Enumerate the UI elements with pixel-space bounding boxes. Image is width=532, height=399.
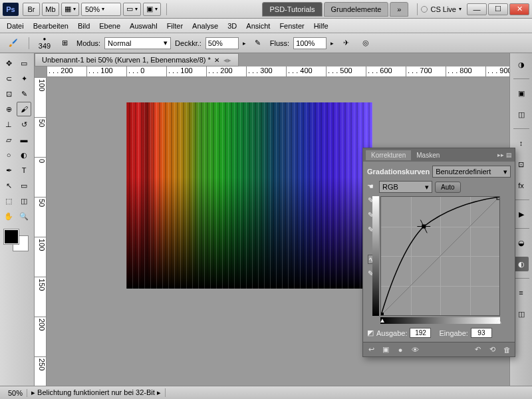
channel-dropdown[interactable]: RGB▾ [379, 181, 432, 193]
magic-wand-tool[interactable]: ✦ [17, 71, 31, 86]
auto-button[interactable]: Auto [435, 182, 461, 193]
minibridge-button[interactable]: Mb [42, 3, 59, 16]
curve-editor[interactable] [380, 196, 500, 316]
history-panel-icon[interactable]: ⊡ [514, 157, 529, 172]
history-brush-tool[interactable]: ↺ [17, 117, 31, 132]
deckk-input[interactable] [205, 37, 239, 49]
arrange-dropdown[interactable]: ▭ [123, 3, 141, 16]
shape-tool[interactable]: ▭ [17, 178, 31, 193]
3d-tool[interactable]: ⬚ [1, 194, 16, 208]
brush-preview[interactable]: ●349 [37, 36, 53, 51]
canvas[interactable] [126, 102, 372, 289]
screen-mode-dropdown[interactable]: ▣ [143, 3, 161, 16]
menu-ebene[interactable]: Ebene [99, 22, 120, 30]
gradient-tool[interactable]: ▬ [17, 132, 31, 147]
panel-collapse-icon[interactable]: ▸▸ ▤ [497, 152, 512, 158]
tablet-pressure-opacity-icon[interactable]: ✎ [250, 36, 266, 51]
svg-line-0 [381, 197, 499, 315]
healing-tool[interactable]: ⊕ [1, 102, 16, 116]
menu-auswahl[interactable]: Auswahl [130, 22, 158, 30]
paths-panel-icon[interactable]: ◫ [514, 307, 529, 321]
menu-datei[interactable]: Datei [7, 22, 24, 30]
color-panel-icon[interactable]: ◑ [514, 57, 529, 72]
zoom-tool[interactable]: 🔍 [17, 209, 31, 223]
3d-camera-tool[interactable]: ◫ [17, 194, 31, 208]
fluss-input[interactable] [293, 37, 327, 49]
airbrush-icon[interactable]: ✈ [338, 36, 354, 51]
document-tab[interactable]: Unbenannt-1 bei 50% (Kurven 1, Ebenenmas… [35, 53, 239, 66]
menu-filter[interactable]: Filter [167, 22, 183, 30]
expand-icon[interactable]: ▣ [380, 344, 391, 355]
modus-dropdown[interactable]: Normal▾ [104, 37, 171, 49]
clip-icon[interactable]: ◩ [367, 329, 374, 337]
workspace-tab-psd-tutorials[interactable]: PSD-Tutorials [262, 2, 322, 17]
eyedropper-tool[interactable]: ✎ [17, 86, 31, 101]
workspace-tab-grundelemente[interactable]: Grundelemente [324, 2, 389, 17]
tab-korrekturen[interactable]: Korrekturen [366, 150, 411, 160]
cs-live-icon [421, 6, 428, 13]
ausgabe-input[interactable] [410, 328, 431, 338]
modus-label: Modus: [76, 39, 100, 47]
tablet-pressure-size-icon[interactable]: ◎ [358, 36, 374, 51]
preset-dropdown[interactable]: Benutzerdefiniert▾ [432, 166, 511, 178]
dodge-tool[interactable]: ◐ [17, 148, 31, 162]
layers-panel-icon[interactable]: ◒ [514, 235, 529, 250]
move-tool[interactable]: ✥ [1, 56, 16, 70]
menu-hilfe[interactable]: Hilfe [314, 22, 329, 30]
back-icon[interactable]: ↩ [366, 344, 376, 355]
close-button[interactable]: ✕ [509, 3, 529, 15]
status-bar: 50% ▸ Belichtung funktioniert nur bei 32… [0, 386, 532, 399]
menu-bearbeiten[interactable]: Bearbeiten [33, 22, 68, 30]
color-swatches[interactable] [1, 229, 32, 251]
menu-analyse[interactable]: Analyse [192, 22, 218, 30]
adjustment-title: Gradationskurven [367, 168, 430, 176]
tool-preset-icon[interactable]: 🖌️ [5, 36, 21, 51]
menu-bild[interactable]: Bild [78, 22, 90, 30]
clip-layer-icon[interactable]: ● [395, 344, 406, 355]
brush-panel-icon[interactable]: ↕ [514, 136, 529, 150]
eraser-tool[interactable]: ▱ [1, 132, 16, 147]
output-gradient [372, 196, 379, 316]
path-tool[interactable]: ↖ [1, 178, 16, 193]
finger-tool-icon[interactable]: ☚ [367, 182, 376, 192]
navigator-panel-icon[interactable]: ▶ [514, 207, 529, 221]
channels-panel-icon[interactable]: ≡ [514, 285, 529, 300]
tab-masken[interactable]: Masken [411, 150, 445, 160]
stamp-tool[interactable]: ⊥ [1, 117, 16, 132]
brush-tool[interactable]: 🖌 [17, 102, 31, 116]
minimize-button[interactable]: — [467, 3, 487, 15]
pen-tool[interactable]: ✒ [1, 163, 16, 178]
bridge-button[interactable]: Br [23, 3, 40, 16]
eingabe-input[interactable] [471, 328, 492, 338]
swatches-panel-icon[interactable]: ▣ [514, 86, 529, 100]
menu-bar: Datei Bearbeiten Bild Ebene Auswahl Filt… [0, 19, 532, 33]
status-message: ▸ Belichtung funktioniert nur bei 32-Bit… [27, 388, 166, 397]
view-extras-dropdown[interactable]: ▦ [61, 3, 79, 16]
blur-tool[interactable]: ○ [1, 148, 16, 162]
maximize-button[interactable]: ☐ [488, 3, 508, 15]
horizontal-ruler[interactable]: . . . 200. . . 100. . . 0. . . 100. . . … [47, 66, 509, 77]
adjustments-panel-icon[interactable]: ◐ [514, 257, 529, 271]
previous-state-icon[interactable]: ↶ [472, 344, 483, 355]
delete-icon[interactable]: 🗑 [501, 344, 512, 355]
brush-panel-icon[interactable]: ⊞ [57, 36, 72, 51]
type-tool[interactable]: T [17, 163, 31, 178]
workspace-more[interactable]: » [390, 2, 408, 17]
visibility-icon[interactable]: 👁 [410, 344, 420, 355]
status-zoom[interactable]: 50% [4, 389, 27, 397]
menu-3d[interactable]: 3D [227, 22, 237, 30]
vertical-ruler[interactable]: 10050050100150200250300 [35, 77, 47, 386]
marquee-tool[interactable]: ▭ [17, 56, 31, 70]
cs-live[interactable]: CS Live▾ [421, 5, 462, 13]
app-logo: Ps [3, 3, 19, 16]
styles-panel-icon[interactable]: ◫ [514, 107, 529, 122]
menu-ansicht[interactable]: Ansicht [246, 22, 270, 30]
lasso-tool[interactable]: ⊂ [1, 71, 16, 86]
crop-tool[interactable]: ⊡ [1, 86, 16, 101]
reset-icon[interactable]: ⟲ [487, 344, 497, 355]
menu-fenster[interactable]: Fenster [279, 22, 304, 30]
char-panel-icon[interactable]: fx [514, 178, 529, 193]
hand-tool[interactable]: ✋ [1, 209, 16, 223]
zoom-dropdown[interactable]: 50% [81, 3, 121, 16]
foreground-color[interactable] [4, 229, 19, 244]
